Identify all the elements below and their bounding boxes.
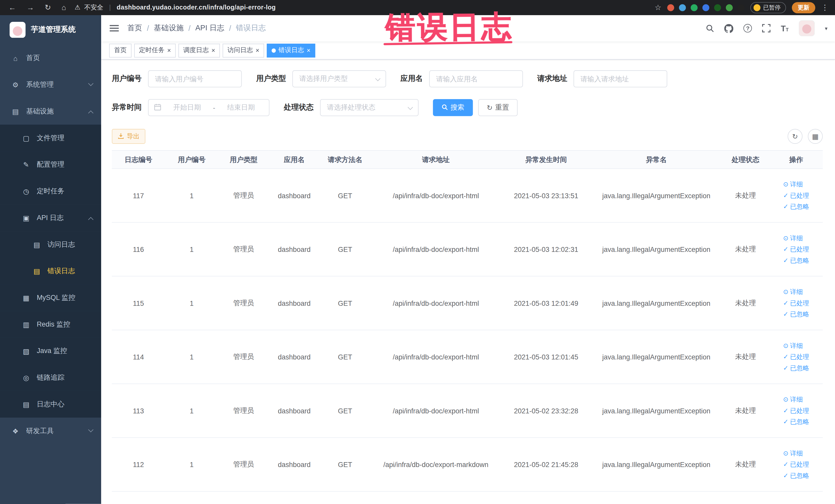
tab-调度日志[interactable]: 调度日志× [178,43,220,57]
cell-method: GET [320,169,371,223]
cell-url: /api/infra/db-doc/export-html [371,276,501,330]
forward-icon[interactable]: → [27,3,34,12]
help-icon[interactable]: ? [744,24,752,32]
processed-link[interactable]: ✓已处理 [783,459,809,470]
avatar-caret-down-icon[interactable]: ▾ [825,25,827,31]
sidebar-item-job[interactable]: ◷定时任务 [0,178,101,205]
ignored-link[interactable]: ✓已忽略 [783,309,809,320]
sidebar-item-trace[interactable]: ◎链路追踪 [0,364,101,391]
breadcrumb-item[interactable]: API 日志 [195,23,224,33]
github-icon[interactable] [725,24,733,33]
hamburger-icon[interactable] [101,23,127,33]
reset-button[interactable]: ↻ 重置 [478,99,517,116]
reload-icon[interactable]: ↻ [45,3,51,12]
process-status-select[interactable]: 请选择处理状态 [320,99,419,116]
detail-link[interactable]: ⊙详细 [783,233,809,244]
request-url-input[interactable] [573,70,667,87]
tab-close-icon[interactable]: × [307,47,311,54]
sidebar-item-access-log[interactable]: ▤访问日志 [0,231,101,258]
detail-link[interactable]: ⊙详细 [783,286,809,298]
log-center-icon: ▤ [21,400,31,408]
cell-exception: java.lang.IllegalArgumentException [591,169,721,223]
tab-错误日志[interactable]: 错误日志× [267,43,315,57]
tab-close-icon[interactable]: × [211,47,216,54]
sidebar-item-config[interactable]: ✎配置管理 [0,151,101,178]
back-icon[interactable]: ← [8,3,16,12]
column-header: 应用名 [269,150,320,169]
ignored-link[interactable]: ✓已忽略 [783,470,809,481]
sidebar-item-log-center[interactable]: ▤日志中心 [0,391,101,418]
sidebar-item-devtools[interactable]: ❖研发工具 [0,418,101,444]
refresh-button[interactable]: ↻ [788,129,802,144]
extension-icon[interactable] [667,4,674,11]
ignored-link[interactable]: ✓已忽略 [783,255,809,266]
cell-time: 2021-05-03 12:01:49 [501,276,591,330]
tab-label: 首页 [114,46,127,55]
user-avatar[interactable] [799,20,815,36]
detail-link[interactable]: ⊙详细 [783,394,809,405]
app-logo[interactable]: 芋道管理系统 [0,15,101,45]
browser-actions: ☆ 已暂停 更新 ⋮ [655,2,835,13]
sidebar-item-home[interactable]: ⌂首页 [0,45,101,72]
extension-icon[interactable] [737,4,745,11]
cell-method: GET [320,222,371,276]
sidebar-item-error-log[interactable]: ▤错误日志 [0,258,101,284]
profile-paused-badge[interactable]: 已暂停 [750,2,786,13]
extension-icon[interactable] [679,4,686,11]
processed-link[interactable]: ✓已处理 [783,244,809,255]
processed-link[interactable]: ✓已处理 [783,405,809,417]
sidebar-item-mysql[interactable]: ▦MySQL 监控 [0,284,101,311]
date-range-picker[interactable]: 开始日期 - 结束日期 [148,99,269,116]
sidebar-item-file[interactable]: ▢文件管理 [0,124,101,151]
sidebar-item-api-log[interactable]: ▣API 日志 [0,205,101,231]
processed-link[interactable]: ✓已处理 [783,190,809,201]
cell-app_name: dashboard [269,330,320,384]
tab-close-icon[interactable]: × [256,47,260,54]
export-button[interactable]: 导出 [112,129,145,144]
sidebar-item-system[interactable]: ⚙系统管理 [0,72,101,98]
cell-user_type: 管理员 [219,222,269,276]
update-button[interactable]: 更新 [792,2,815,13]
processed-link[interactable]: ✓已处理 [783,298,809,309]
processed-link[interactable]: ✓已处理 [783,351,809,363]
tab-首页[interactable]: 首页 [109,43,131,57]
extension-icon[interactable] [691,4,698,11]
cell-method: GET [320,276,371,330]
browser-home-icon[interactable]: ⌂ [62,3,66,12]
ignored-link[interactable]: ✓已忽略 [783,416,809,427]
app-name-input[interactable] [429,70,523,87]
ignored-link[interactable]: ✓已忽略 [783,363,809,374]
extension-icon[interactable] [714,4,721,11]
start-date-placeholder: 开始日期 [165,103,210,112]
config-icon: ✎ [21,160,31,168]
tab-定时任务[interactable]: 定时任务× [134,43,176,57]
column-header: 请求地址 [371,150,501,169]
breadcrumb-item[interactable]: 首页 [127,23,142,33]
detail-link[interactable]: ⊙详细 [783,448,809,459]
browser-menu-icon[interactable]: ⋮ [821,3,829,12]
ignored-link[interactable]: ✓已忽略 [783,201,809,212]
sidebar-item-java[interactable]: ▧Java 监控 [0,338,101,364]
user-id-input[interactable] [148,70,242,87]
extensions-area [667,4,745,11]
font-size-icon[interactable]: TT [781,24,789,33]
extension-icon[interactable] [726,4,733,11]
column-settings-button[interactable]: ▦ [808,129,823,144]
breadcrumb-item[interactable]: 基础设施 [154,23,184,33]
extension-icon[interactable] [702,4,709,11]
profile-face-icon [754,4,760,11]
search-button[interactable]: 搜索 [433,99,473,116]
bookmark-star-icon[interactable]: ☆ [655,3,661,12]
sidebar-item-infra[interactable]: ▤基础设施 [0,98,101,125]
cell-time: 2021-05-02 23:32:28 [501,384,591,438]
fullscreen-icon[interactable] [762,24,771,32]
user-type-select[interactable]: 请选择用户类型 [292,70,386,87]
sidebar-item-redis[interactable]: ▥Redis 监控 [0,311,101,338]
cell-user_type: 管理员 [219,384,269,438]
tab-close-icon[interactable]: × [167,47,171,54]
detail-link[interactable]: ⊙详细 [783,340,809,351]
search-icon[interactable] [706,24,714,32]
tab-访问日志[interactable]: 访问日志× [223,43,264,57]
detail-link[interactable]: ⊙详细 [783,179,809,190]
address-bar[interactable]: ⚠ 不安全 | dashboard.yudao.iocoder.cn/infra… [75,3,276,12]
